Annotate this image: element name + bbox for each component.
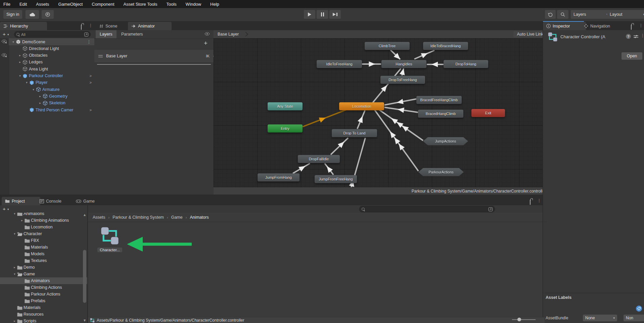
play-button[interactable] (304, 10, 315, 19)
transition-edge[interactable] (390, 50, 402, 61)
tab-parameters[interactable]: Parameters (117, 30, 147, 38)
assetbundle-dropdown[interactable]: None ▾ (583, 315, 617, 321)
save-search-icon[interactable] (489, 207, 493, 211)
breadcrumb-segment-parkour-climbing-system[interactable]: Parkour & Climbing System (112, 215, 164, 220)
undo-history-button[interactable] (545, 10, 556, 19)
transition-edge[interactable] (293, 163, 310, 173)
state-node-bracedhangclimb[interactable]: BracedHangClimb (418, 110, 463, 118)
tree-scrollbar-thumb[interactable] (83, 250, 86, 303)
hierarchy-row-armature[interactable]: ▾Armature (9, 86, 94, 93)
prefab-open-chevron[interactable]: > (90, 74, 92, 78)
transition-edge[interactable] (357, 110, 365, 129)
tab-navigation[interactable]: Navigation (581, 22, 628, 30)
expander-arrow-icon[interactable]: ▾ (12, 272, 17, 276)
state-node-climbtree[interactable]: ClimbTree (365, 42, 410, 50)
menu-item-tools[interactable]: Tools (167, 2, 177, 7)
add-layer-button[interactable]: + (204, 40, 208, 47)
folder-row-textures[interactable]: Textures (0, 257, 87, 264)
folder-row-resources[interactable]: Resources (0, 311, 87, 318)
tab-scene[interactable]: Scene (96, 22, 132, 30)
state-node-hangidles[interactable]: HangIdles (381, 60, 426, 68)
folder-row-climbing-animations[interactable]: ▸Climbing Animations (0, 217, 87, 224)
presets-icon[interactable] (634, 35, 638, 39)
layer-weight-slider[interactable] (97, 64, 211, 65)
folder-row-fbx[interactable]: FBX (0, 237, 87, 244)
menu-item-component[interactable]: Component (92, 2, 114, 7)
hierarchy-row-area-light[interactable]: Area Light (9, 65, 94, 72)
folder-row-character[interactable]: ▾Character (0, 230, 87, 237)
folder-row-game[interactable]: ▾Game (0, 271, 87, 277)
breadcrumb-segment-assets[interactable]: Assets (93, 215, 105, 220)
pick-window-icon[interactable] (84, 33, 88, 37)
state-node-jumpfromhang[interactable]: JumpFromHang (258, 173, 300, 181)
state-node-droptohang[interactable]: DropToHang (444, 60, 488, 68)
transition-edge[interactable] (371, 68, 401, 104)
drag-handle-icon[interactable] (98, 55, 103, 57)
state-node-idletofreehang[interactable]: IdleToFreeHang (317, 60, 362, 68)
auto-live-link-button[interactable]: Auto Live Link (513, 31, 547, 37)
state-node-exit[interactable]: Exit (471, 109, 505, 117)
transition-edge[interactable] (325, 163, 333, 175)
expander-arrow-icon[interactable]: ▸ (12, 319, 17, 323)
state-node-bracedfreehangclimb[interactable]: BracedFreeHangClimb (416, 96, 462, 104)
kebab-menu-icon[interactable]: ⋮ (639, 23, 643, 28)
project-search-input[interactable] (359, 206, 495, 212)
asset-character-controller[interactable]: Character... (95, 226, 125, 261)
label-tag-button[interactable] (636, 306, 642, 312)
layers-dropdown[interactable]: Layers ▾ (571, 10, 611, 19)
add-object-button[interactable]: + (3, 31, 6, 37)
folder-row-models[interactable]: Models (0, 251, 87, 257)
hierarchy-row-player[interactable]: ▾Player> (9, 79, 94, 86)
state-node-parkouractions[interactable]: ParkourActions (418, 168, 464, 176)
state-node-any-state[interactable]: Any State (268, 102, 303, 110)
expander-arrow-icon[interactable]: ▾ (12, 232, 17, 235)
hierarchy-row-ledges[interactable]: ▸Ledges (9, 59, 94, 66)
eye-icon[interactable] (204, 32, 210, 36)
state-node-jumpfromfreehang[interactable]: JumpFromFreeHang (315, 175, 357, 183)
layout-dropdown[interactable]: Layout ▾ (607, 10, 644, 19)
lock-icon[interactable] (631, 24, 632, 30)
breadcrumb[interactable]: Base Layer (218, 32, 239, 37)
expander-arrow-icon[interactable]: ▾ (24, 81, 29, 84)
folder-row-prefabs[interactable]: Prefabs (0, 298, 87, 304)
lock-icon[interactable] (81, 24, 82, 30)
menu-item-help[interactable]: Help (210, 2, 219, 7)
tab-animator[interactable]: Animator (128, 22, 172, 30)
state-node-droptofreehang[interactable]: DropToFreeHang (380, 76, 425, 84)
global-search-button[interactable] (557, 10, 568, 19)
tab-inspector[interactable]: Inspector (543, 22, 586, 30)
folder-row-demo[interactable]: ▸Demo (0, 264, 87, 271)
scene-visibility-eye-icon[interactable] (1, 40, 7, 44)
breadcrumb-segment-game[interactable]: Game (171, 215, 183, 220)
tab-hierarchy[interactable]: Hierarchy (0, 22, 47, 30)
hierarchy-row-demoscene[interactable]: ▾DemoScene⋮ (9, 38, 94, 45)
kebab-menu-icon[interactable]: ⋮ (89, 23, 93, 28)
state-node-locomotion[interactable]: Locomotion (339, 102, 384, 110)
expander-arrow-icon[interactable]: ▸ (12, 266, 17, 269)
lock-icon[interactable] (530, 200, 531, 205)
folder-row-materials[interactable]: Materials (0, 244, 87, 251)
scroll-up-icon[interactable]: ▲ (83, 213, 86, 216)
kebab-menu-icon[interactable]: ⋮ (537, 198, 541, 203)
scene-visibility-eye-icon[interactable] (1, 53, 7, 57)
chevron-down-icon[interactable]: ▾ (7, 33, 9, 36)
hierarchy-row-directional-light[interactable]: Directional Light (9, 45, 94, 52)
hierarchy-row-obstacles[interactable]: ▸Obstacles (9, 52, 94, 59)
pause-button[interactable] (317, 10, 328, 19)
expander-arrow-icon[interactable]: ▾ (11, 40, 16, 44)
expander-arrow-icon[interactable]: ▸ (38, 101, 43, 105)
transition-edge[interactable] (414, 50, 434, 59)
state-node-idletobracedhang[interactable]: IdleToBracedHang (423, 42, 468, 50)
state-node-dropfallidle[interactable]: DropFallIdle (298, 155, 340, 163)
menu-item-asset-store-tools[interactable]: Asset Store Tools (124, 2, 157, 7)
open-button[interactable]: Open (622, 52, 642, 60)
kebab-menu-icon[interactable]: ⋮ (641, 33, 644, 38)
folder-row-scripts[interactable]: ▸Scripts (0, 318, 87, 323)
prefab-open-chevron[interactable]: > (90, 108, 92, 112)
transition-edge[interactable] (427, 62, 444, 67)
state-node-jumpactions[interactable]: JumpActions (423, 137, 468, 145)
transition-edge[interactable] (303, 110, 347, 127)
hierarchy-row-parkour-controller[interactable]: ▾Parkour Controller> (9, 72, 94, 79)
expander-arrow-icon[interactable]: ▾ (31, 88, 36, 91)
scroll-down-icon[interactable]: ▼ (83, 319, 86, 322)
